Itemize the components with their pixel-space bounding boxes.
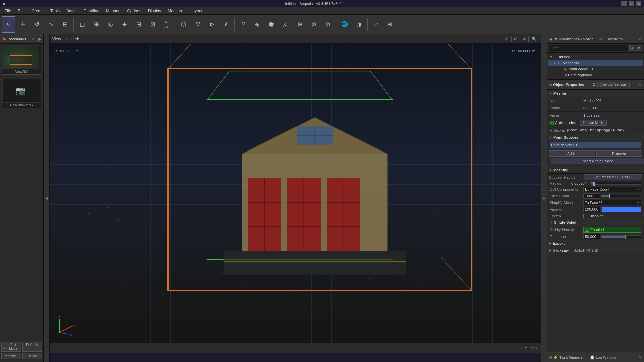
tolerance-slider[interactable] [601, 235, 641, 238]
menu-create[interactable]: Create [28, 8, 47, 14]
tool-t17[interactable]: ⊗ [307, 16, 320, 33]
single-sided-header[interactable]: ▼ Single Sided [547, 219, 644, 226]
viewport-zoom-btn[interactable]: 🔍 [530, 36, 538, 42]
tolerance-input[interactable] [583, 234, 600, 239]
face-count-slider[interactable] [601, 195, 641, 197]
edit-mode-checkbox[interactable]: Edit Mode [1, 342, 21, 352]
menu-edit[interactable]: Edit [14, 8, 28, 14]
tool-t7[interactable]: ⊠ [146, 16, 159, 33]
tool-t13[interactable]: ◈ [251, 16, 264, 33]
menu-file[interactable]: File [1, 8, 14, 14]
tree-mesher001[interactable]: ▶ ⊡ Mesher001 [548, 60, 643, 66]
tool-move[interactable]: ✛ [16, 16, 30, 33]
tool-t6[interactable]: ⊟ [132, 16, 145, 33]
meshing-section-header[interactable]: ▼ Meshing [547, 167, 644, 174]
rb-close[interactable]: ✕ [639, 355, 642, 360]
flatten-checkbox[interactable] [583, 214, 588, 218]
tool-t4[interactable]: ◎ [104, 16, 117, 33]
tool-t19[interactable]: 🌐 [338, 16, 352, 33]
tool-clip[interactable]: ✂CLIP [160, 16, 173, 33]
tool-t8[interactable]: ⬡ [177, 16, 191, 33]
delete-button[interactable]: Delete [22, 353, 42, 359]
close-button[interactable]: ✕ [636, 1, 641, 6]
tool-t12[interactable]: ⊻ [236, 16, 250, 33]
tool-t16[interactable]: ⊕ [293, 16, 306, 33]
menu-batch[interactable]: Batch [63, 8, 80, 14]
tool-t9[interactable]: ▽ [191, 16, 205, 33]
svg-point-26 [373, 297, 374, 298]
bookmarks-tab[interactable]: 🔖 Bookmarks [2, 37, 26, 41]
tool-t18[interactable]: ⊘ [321, 16, 334, 33]
tool-t3[interactable]: ⊞ [90, 16, 103, 33]
rename-button[interactable]: Rename... [1, 353, 21, 359]
menu-manage[interactable]: Manage [103, 8, 124, 14]
filter-btn-1[interactable]: A [629, 45, 635, 51]
tree-pointregion001[interactable]: ⊞ PointRegion001 [548, 72, 643, 78]
props-close[interactable]: ✕ [638, 82, 642, 87]
filter-btn-2[interactable]: ⊕ [636, 45, 642, 51]
radius-slider[interactable] [591, 182, 641, 185]
settings-gear-button[interactable]: ⚙ [592, 82, 596, 87]
tree-root[interactable]: ▼ □ Untitled [548, 54, 643, 60]
bookmark-view001[interactable]: View001 [2, 46, 41, 75]
tool-t14[interactable]: ⬟ [265, 16, 278, 33]
left-panel-play[interactable]: ▶ [38, 37, 41, 41]
tool-scale[interactable]: ⤡ [44, 16, 58, 33]
log-window-tab[interactable]: Log Window [596, 355, 616, 359]
display-row[interactable]: ▶ Display [Color: Color] [Use Lighting][… [547, 127, 644, 134]
tool-t20[interactable]: ◑ [352, 16, 366, 33]
tool-t11[interactable]: ⊼ [219, 16, 233, 33]
viewport-fit-btn[interactable]: ⊕ [521, 36, 529, 42]
export-section-header[interactable]: ▶ Export [547, 240, 644, 247]
tool-t5[interactable]: ⊕ [118, 16, 131, 33]
menu-layout[interactable]: Layout [187, 8, 206, 14]
tree-pointloader001[interactable]: ◈ PointLoader001 [548, 66, 643, 72]
hacksaw-arrow: ▶ [549, 249, 551, 252]
hacksaw-section-header[interactable]: ▶ Hacksaw [4x4x4] [X-Y-Z] [547, 247, 644, 254]
viewport-close[interactable]: ✕ [505, 36, 508, 41]
menu-deadline[interactable]: Deadline [80, 8, 103, 14]
auto-update-checkbox[interactable]: ✓ Auto Update [549, 121, 578, 125]
cull-enabled-button[interactable]: ✓ Enabled [583, 227, 641, 233]
task-manager-label[interactable]: Task Manager [559, 355, 584, 359]
tool-t1[interactable]: ⊞ [58, 16, 72, 33]
update-mesh-button[interactable]: Update Mesh [580, 120, 607, 126]
cull-components-dropdown[interactable]: By Face Count ▼ [583, 187, 641, 192]
tool-t10[interactable]: ⊳ [205, 16, 219, 33]
tool-t21[interactable]: ⤢ [369, 16, 383, 33]
face-count-input[interactable] [583, 193, 600, 199]
viewport-refresh-btn[interactable]: ↺ [511, 36, 519, 42]
filter-input[interactable] [549, 45, 628, 51]
left-panel-close[interactable]: ✕ [32, 37, 35, 41]
remove-button[interactable]: Remove [596, 150, 642, 157]
face-pct-slider[interactable] [601, 207, 641, 212]
point-region-item[interactable]: PointRegion001 [550, 142, 641, 148]
menu-options[interactable]: Options [124, 8, 145, 14]
set-radius-button[interactable]: Set Radius to 0.0562836 [584, 174, 642, 180]
tool-rotate[interactable]: ↺ [30, 16, 44, 33]
tool-t15[interactable]: ◬ [279, 16, 292, 33]
insert-button[interactable]: Insert Region Node [551, 158, 644, 164]
right-panel-toggle[interactable]: ▶ [541, 34, 547, 362]
point-sources-section-header[interactable]: ▼ Point Sources [547, 134, 644, 141]
viewport-canvas[interactable]: Y: 100.0000 m X: 100.0000 m X Y Z FPS: M… [50, 44, 541, 353]
tool-t2[interactable]: ◻ [75, 16, 89, 33]
bookmark-new[interactable]: 📷 New Bookmark [2, 79, 41, 108]
viewport-settings-button[interactable]: Viewport Settings [597, 82, 630, 87]
viewport-left-toggle[interactable]: ◀ [44, 34, 50, 362]
menu-measure[interactable]: Measure [164, 8, 187, 14]
simplify-dropdown[interactable]: To Face % ▼ [583, 200, 641, 205]
mesher-section-header[interactable]: ▼ Mesher [547, 90, 644, 97]
svg-point-25 [334, 303, 335, 303]
minimize-button[interactable]: — [621, 1, 627, 6]
maximize-button[interactable]: □ [629, 1, 634, 6]
face-pct-input[interactable] [583, 207, 600, 212]
right-panel-close[interactable]: ✕ [639, 37, 642, 41]
menu-tools[interactable]: Tools [47, 8, 63, 14]
menu-display[interactable]: Display [145, 8, 164, 14]
tool-select[interactable]: ↖ [2, 16, 15, 33]
tool-t22[interactable]: ⊕ [383, 16, 397, 33]
flatten-check-row: Disabled [583, 214, 604, 218]
add-button[interactable]: Add... [549, 150, 595, 157]
refresh-button[interactable]: Refresh [22, 342, 42, 352]
